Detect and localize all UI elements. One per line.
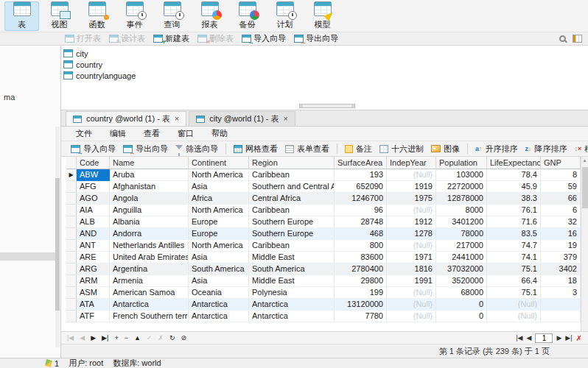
grid-cell[interactable] bbox=[541, 299, 581, 311]
refresh-button[interactable]: ↻ bbox=[169, 335, 175, 342]
menu-item-1[interactable]: 编辑 bbox=[101, 127, 135, 141]
grid-cell[interactable]: 1971 bbox=[387, 252, 436, 263]
grid-cell[interactable]: (Null) bbox=[387, 169, 436, 181]
column-header-gnp[interactable]: GNP bbox=[541, 157, 581, 169]
grid-vscrollbar[interactable]: ▲ bbox=[581, 157, 588, 331]
menu-item-2[interactable]: 查看 bbox=[135, 127, 169, 141]
grid-cell[interactable]: Angola bbox=[110, 193, 189, 205]
grid-cell[interactable]: Polynesia bbox=[249, 287, 335, 299]
view-toolbar-export-wizard[interactable]: →导出向导 bbox=[119, 142, 172, 156]
grid-cell[interactable]: 6 bbox=[541, 205, 581, 216]
grid-cell[interactable]: Southern and Central Asia bbox=[249, 181, 335, 193]
grid-cell[interactable]: 379 bbox=[541, 252, 581, 263]
grid-cell[interactable]: Oceania bbox=[189, 287, 249, 299]
row-selector[interactable] bbox=[66, 228, 77, 240]
grid-cell[interactable]: Caribbean bbox=[249, 205, 335, 216]
grid-cell[interactable]: ABW bbox=[77, 169, 110, 181]
grid-cell[interactable]: Armenia bbox=[110, 275, 189, 287]
row-selector[interactable] bbox=[66, 216, 77, 228]
grid-cell[interactable]: 68000 bbox=[436, 287, 487, 299]
grid-cell[interactable]: 32 bbox=[541, 216, 581, 228]
grid-cell[interactable]: South America bbox=[249, 263, 335, 275]
grid-cell[interactable]: Europe bbox=[189, 228, 249, 240]
grid-cell[interactable]: 28748 bbox=[335, 216, 387, 228]
grid-cell[interactable]: 66.4 bbox=[487, 275, 541, 287]
view-toolbar-sort-asc[interactable]: a↑升序排序 bbox=[472, 142, 522, 156]
first-page-button[interactable]: |◀ bbox=[516, 334, 522, 342]
grid-cell[interactable]: 18 bbox=[541, 275, 581, 287]
grid-cell[interactable]: 76.1 bbox=[487, 205, 541, 216]
grid-cell[interactable]: 1919 bbox=[387, 181, 436, 193]
grid-cell[interactable]: Southern Europe bbox=[249, 228, 335, 240]
scroll-up-arrow-icon[interactable]: ▲ bbox=[581, 157, 588, 164]
grid-cell[interactable] bbox=[541, 311, 581, 322]
grid-cell[interactable]: Asia bbox=[189, 275, 249, 287]
grid-cell[interactable]: 1816 bbox=[387, 263, 436, 275]
main-toolbar-button-model[interactable]: 模型 bbox=[305, 1, 340, 31]
column-header-surfacearea[interactable]: SurfaceArea bbox=[335, 157, 387, 169]
grid-cell[interactable]: ARM bbox=[77, 275, 110, 287]
object-toolbar-new-table[interactable]: +新建表 bbox=[153, 33, 189, 44]
grid-cell[interactable]: 0 bbox=[436, 299, 487, 311]
main-toolbar-button-query[interactable]: 查询 bbox=[155, 1, 189, 31]
grid-cell[interactable]: AGO bbox=[77, 193, 110, 205]
grid-cell[interactable]: 29800 bbox=[335, 275, 387, 287]
grid-cell[interactable]: 217000 bbox=[436, 240, 487, 252]
grid-cell[interactable]: 71.6 bbox=[487, 216, 541, 228]
grid-cell[interactable]: ATF bbox=[77, 311, 110, 322]
grid-cell[interactable]: Europe bbox=[189, 216, 249, 228]
menu-item-4[interactable]: 帮助 bbox=[203, 127, 237, 141]
row-selector[interactable] bbox=[66, 275, 77, 287]
main-toolbar-button-event[interactable]: 事件 bbox=[117, 1, 152, 31]
grid-cell[interactable]: 16 bbox=[541, 228, 581, 240]
grid-cell[interactable]: Argentina bbox=[110, 263, 189, 275]
search-icon[interactable] bbox=[559, 35, 566, 42]
page-number-input[interactable] bbox=[535, 333, 553, 343]
grid-cell[interactable]: 2780400 bbox=[335, 263, 387, 275]
grid-cell[interactable]: AIA bbox=[77, 205, 110, 216]
grid-cell[interactable]: 103000 bbox=[436, 169, 487, 181]
grid-cell[interactable]: 22720000 bbox=[436, 181, 487, 193]
view-toolbar-form-view[interactable]: 表单查看 bbox=[281, 142, 333, 156]
grid-cell[interactable]: 19 bbox=[541, 240, 581, 252]
grid-cell[interactable]: Antarctica bbox=[249, 311, 335, 322]
main-toolbar-button-schedule[interactable]: 计划 bbox=[267, 1, 302, 31]
close-filter-button[interactable]: ✗ bbox=[576, 334, 582, 342]
grid-cell[interactable]: 74.1 bbox=[487, 252, 541, 263]
row-selector[interactable] bbox=[66, 252, 77, 263]
grid-cell[interactable]: American Samoa bbox=[110, 287, 189, 299]
main-toolbar-button-view[interactable]: 视图 bbox=[42, 1, 77, 31]
row-selector[interactable] bbox=[66, 299, 77, 311]
grid-cell[interactable]: (Null) bbox=[387, 287, 436, 299]
grid-cell[interactable]: 8000 bbox=[436, 205, 487, 216]
grid-cell[interactable]: North America bbox=[189, 205, 249, 216]
column-header-population[interactable]: Population bbox=[436, 157, 487, 169]
grid-cell[interactable]: ASM bbox=[77, 287, 110, 299]
grid-cell[interactable]: Antarctica bbox=[189, 311, 249, 322]
grid-cell[interactable]: (Null) bbox=[387, 205, 436, 216]
stop-button[interactable]: ⊘ bbox=[181, 335, 186, 342]
grid-cell[interactable]: (Null) bbox=[487, 311, 541, 322]
grid-cell[interactable]: 66 bbox=[541, 193, 581, 205]
grid-cell[interactable]: ATA bbox=[77, 299, 110, 311]
grid-cell[interactable]: 3520000 bbox=[436, 275, 487, 287]
grid-cell[interactable]: Asia bbox=[189, 252, 249, 263]
menu-item-0[interactable]: 文件 bbox=[67, 127, 101, 141]
grid-cell[interactable]: (Null) bbox=[387, 240, 436, 252]
edit-record-button[interactable]: ▲ bbox=[134, 335, 141, 342]
grid-columns-icon[interactable] bbox=[573, 35, 582, 43]
grid-cell[interactable]: (Null) bbox=[487, 299, 541, 311]
grid-cell[interactable]: 75.1 bbox=[487, 287, 541, 299]
view-toolbar-grid-view[interactable]: 网格查看 bbox=[230, 142, 281, 156]
grid-cell[interactable]: North America bbox=[189, 240, 249, 252]
grid-cell[interactable]: 59 bbox=[541, 181, 581, 193]
grid-cell[interactable]: 74.7 bbox=[487, 240, 541, 252]
view-toolbar-import-wizard[interactable]: →导入向导 bbox=[67, 142, 119, 156]
column-header-indepyear[interactable]: IndepYear bbox=[387, 157, 436, 169]
view-toolbar-hex[interactable]: 十六进制 bbox=[376, 142, 427, 156]
grid-cell[interactable]: Anguilla bbox=[110, 205, 189, 216]
grid-cell[interactable]: Netherlands Antilles bbox=[110, 240, 189, 252]
grid-cell[interactable]: ARG bbox=[77, 263, 110, 275]
row-selector[interactable] bbox=[66, 181, 77, 193]
column-header-code[interactable]: Code bbox=[77, 157, 110, 169]
